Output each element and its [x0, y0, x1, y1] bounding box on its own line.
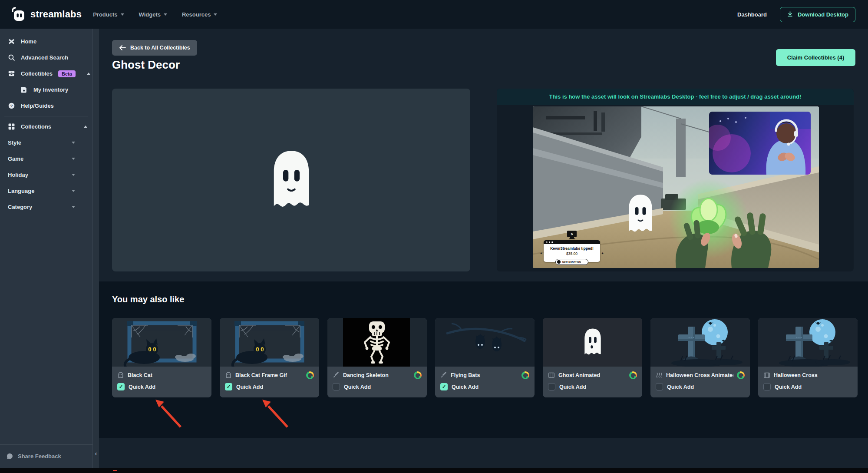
- quick-add-checkbox[interactable]: ✓: [440, 383, 448, 390]
- animated-badge-icon: [306, 371, 314, 379]
- streamlabs-logo[interactable]: streamlabs: [10, 7, 82, 22]
- brand-name: streamlabs: [30, 9, 82, 20]
- quick-add-checkbox[interactable]: [656, 383, 663, 390]
- chevron-down-icon: [72, 142, 75, 144]
- quick-add-checkbox[interactable]: [763, 383, 771, 390]
- inventory-icon: [20, 86, 28, 93]
- quick-add-checkbox[interactable]: ✓: [117, 383, 125, 390]
- suggestion-card-black-cat-frame-gif[interactable]: Black Cat Frame Gif ✓ Quick Add: [220, 318, 319, 397]
- download-desktop-button[interactable]: Download Desktop: [780, 7, 855, 22]
- card-name: Ghost Animated: [558, 372, 626, 378]
- sidebar-item-label: My Inventory: [33, 86, 68, 93]
- quick-add-label: Quick Add: [236, 384, 263, 390]
- filter-style[interactable]: Style: [0, 135, 92, 151]
- chevron-down-icon: [164, 13, 167, 16]
- frame-icon: [548, 372, 555, 379]
- share-feedback-label: Share Feedback: [18, 453, 61, 460]
- back-arrow-icon: [119, 45, 126, 50]
- suggestion-card-ghost-animated[interactable]: Ghost Animated Quick Add: [543, 318, 642, 397]
- new-donation-label: NEW DONATION: [562, 261, 581, 263]
- quick-add-label: Quick Add: [775, 384, 802, 390]
- quick-add-label: Quick Add: [129, 384, 155, 390]
- page-title: Ghost Decor: [112, 58, 180, 72]
- card-thumbnail: [435, 318, 535, 367]
- sidebar-item-label: Home: [21, 38, 36, 45]
- sidebar-item-help-guides[interactable]: ? Help/Guides: [0, 98, 92, 114]
- quick-add-checkbox[interactable]: ✓: [225, 383, 232, 390]
- sidebar-item-advanced-search[interactable]: Advanced Search: [0, 50, 92, 66]
- quick-add-label: Quick Add: [344, 384, 371, 390]
- back-label: Back to All Collectibles: [130, 45, 190, 51]
- suggestions-section: You may also like Black Cat ✓ Quick Add …: [99, 281, 868, 438]
- suggestion-card-flying-bats[interactable]: Flying Bats ✓ Quick Add: [435, 318, 535, 397]
- filter-holiday[interactable]: Holiday: [0, 167, 92, 183]
- sidebar-item-home[interactable]: Home: [0, 33, 92, 50]
- card-name: Halloween Cross: [774, 372, 841, 378]
- back-to-collectibles-button[interactable]: Back to All Collectibles: [112, 40, 197, 56]
- sidebar-item-label: Collectibles: [21, 70, 53, 77]
- quick-add-checkbox[interactable]: [333, 383, 340, 390]
- filter-category[interactable]: Category: [0, 199, 92, 215]
- chevron-up-icon: [84, 126, 87, 128]
- beta-badge: Beta: [58, 70, 76, 77]
- svg-text:?: ?: [10, 104, 13, 108]
- search-icon: [8, 54, 15, 61]
- suggestion-card-dancing-skeleton[interactable]: Dancing Skeleton Quick Add: [327, 318, 427, 397]
- ghost-asset[interactable]: [267, 149, 316, 211]
- animated-badge-icon: [521, 371, 529, 379]
- nav-link-widgets[interactable]: Widgets: [139, 11, 167, 18]
- feedback-bubble-icon: [6, 453, 13, 460]
- suggestion-card-halloween-cross-animated[interactable]: Halloween Cross Animated Quick Add: [650, 318, 750, 397]
- suggestion-card-halloween-cross[interactable]: Halloween Cross Quick Add: [758, 318, 858, 397]
- quick-add-checkbox[interactable]: [548, 383, 555, 390]
- help-icon: ?: [8, 102, 15, 109]
- quick-add-label: Quick Add: [559, 384, 586, 390]
- animated-badge-icon: [737, 371, 745, 379]
- brush-icon: [333, 372, 340, 379]
- chevron-down-icon: [72, 174, 75, 176]
- chevron-down-icon: [121, 13, 124, 16]
- download-label: Download Desktop: [798, 11, 848, 18]
- tip-window: KevinStreamlabs tipped! $35.00 ✦ ✦ NEW D…: [544, 240, 600, 262]
- collectibles-box-icon: [8, 70, 15, 77]
- sidebar-collapse-rail[interactable]: ‹: [92, 29, 99, 468]
- facecam-overlay[interactable]: [709, 112, 811, 175]
- preview-banner-text: This is how the asset will look on Strea…: [497, 89, 854, 105]
- nav-link-products[interactable]: Products: [93, 11, 124, 18]
- suggestion-card-black-cat[interactable]: Black Cat ✓ Quick Add: [112, 318, 211, 397]
- progress-marker: [113, 470, 117, 471]
- dashboard-link[interactable]: Dashboard: [737, 11, 767, 18]
- frame-icon: [763, 372, 770, 379]
- sidebar-item-my-inventory[interactable]: My Inventory: [0, 82, 92, 98]
- filter-language[interactable]: Language: [0, 183, 92, 199]
- desktop-preview-panel: This is how the asset will look on Strea…: [497, 89, 854, 271]
- sidebar: Home Advanced Search Collectibles Beta M…: [0, 29, 92, 468]
- ghost-icon: [225, 372, 232, 379]
- streamlabs-collectibles-page: streamlabs ProductsWidgetsResources Dash…: [0, 0, 868, 473]
- home-icon: [8, 38, 15, 45]
- filter-game[interactable]: Game: [0, 151, 92, 167]
- card-thumbnail: [650, 318, 750, 367]
- ghost-icon: [117, 372, 124, 379]
- chevron-up-icon: [87, 73, 90, 75]
- card-thumbnail: [543, 318, 642, 367]
- tip-window-titlebar: [544, 240, 600, 244]
- share-feedback-button[interactable]: Share Feedback: [0, 444, 92, 468]
- suggestion-cards-row: Black Cat ✓ Quick Add Black Cat Frame Gi…: [112, 318, 858, 397]
- collections-grid-icon: [8, 123, 15, 130]
- top-navbar: streamlabs ProductsWidgetsResources Dash…: [0, 0, 868, 29]
- suggestions-heading: You may also like: [112, 294, 184, 304]
- card-thumbnail: [220, 318, 319, 367]
- card-name: Black Cat Frame Gif: [235, 372, 303, 378]
- brush-icon: [440, 372, 447, 379]
- sidebar-item-label: Collections: [21, 123, 51, 130]
- nav-link-resources[interactable]: Resources: [182, 11, 217, 18]
- chevron-down-icon: [72, 206, 75, 208]
- sidebar-item-collectibles[interactable]: Collectibles Beta: [0, 66, 92, 82]
- sidebar-item-collections[interactable]: Collections: [0, 119, 92, 135]
- claim-collectibles-button[interactable]: Claim Collectibles (4): [776, 49, 855, 66]
- ghost-asset-in-game[interactable]: [624, 194, 657, 236]
- card-thumbnail: [758, 318, 858, 367]
- streamlabs-logo-icon: [10, 7, 25, 22]
- chevron-down-icon: [72, 190, 75, 192]
